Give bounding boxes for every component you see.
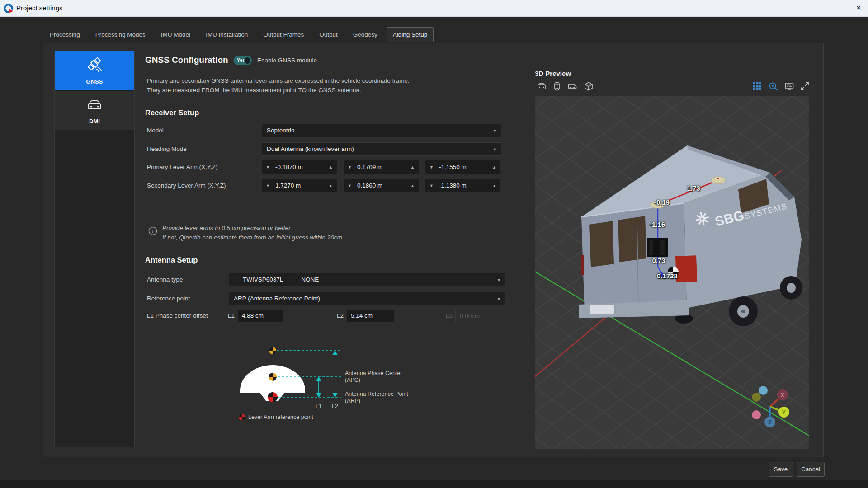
measurement-lower-offset: 0.73 [652, 257, 665, 264]
l5-offset-input: 0.00cm [455, 310, 504, 322]
spin-down-icon[interactable]: ▼ [266, 183, 270, 188]
svg-text:L1: L1 [316, 403, 322, 409]
save-button[interactable]: Save [769, 462, 793, 477]
chevron-down-icon: ▼ [497, 278, 501, 282]
heading-mode-label: Heading Mode [147, 145, 187, 152]
car-icon [85, 96, 104, 116]
l1-offset-input[interactable]: 4.88 cm [238, 310, 283, 322]
antenna-type-select[interactable]: TWIVSP6037LNONE ▼ [229, 273, 505, 286]
primary-lever-x-value: -0.1870 m [275, 164, 303, 170]
primary-lever-y-spinner[interactable]: ▼ 0.1709 m ▲ [344, 160, 419, 174]
heading-mode-value: Dual Antenna (known lever arm) [267, 145, 354, 152]
reference-point-value: ARP (Antenna Reference Point) [234, 295, 320, 302]
reference-point-select[interactable]: ARP (Antenna Reference Point) ▼ [229, 292, 505, 305]
tab-label: Processing [50, 31, 80, 38]
lever-arm-legend-marker [239, 414, 245, 420]
antenna-type-value: TWIVSP6037LNONE [243, 276, 319, 283]
gizmo-dot-olive [752, 393, 761, 402]
tab-geodesy[interactable]: Geodesy [347, 27, 384, 42]
tab-imu-model[interactable]: IMU Model [155, 27, 197, 42]
spin-up-icon[interactable]: ▲ [410, 165, 415, 169]
grid-toggle-icon[interactable] [752, 81, 762, 91]
tab-processing[interactable]: Processing [43, 27, 86, 42]
spin-down-icon[interactable]: ▼ [429, 165, 434, 169]
3d-preview-toolbar [535, 81, 809, 93]
secondary-antenna [711, 177, 726, 184]
spin-down-icon[interactable]: ▼ [348, 165, 352, 169]
cube-3d-view-icon[interactable] [584, 81, 594, 91]
vehicle-front-view-icon[interactable] [537, 81, 547, 91]
spin-down-icon[interactable]: ▼ [266, 165, 270, 169]
measurement-reference-offset: 0.1728 [657, 272, 678, 280]
model-value: Septentrio [267, 127, 295, 134]
tab-output[interactable]: Output [313, 27, 344, 42]
tab-output-frames[interactable]: Output Frames [257, 27, 310, 42]
enable-gnss-toggle[interactable]: Yes [234, 56, 252, 65]
tab-aiding-setup[interactable]: Aiding Setup [387, 27, 434, 42]
apc-marker [269, 373, 277, 381]
gnss-settings-content: GNSS Configuration Yes Enable GNSS modul… [145, 43, 516, 458]
display-settings-icon[interactable] [784, 81, 794, 91]
heading-mode-select[interactable]: Dual Antenna (known lever arm) ▼ [262, 142, 501, 156]
3d-preview-title: 3D Preview [535, 70, 571, 77]
primary-lever-x-spinner[interactable]: ▼ -0.1870 m ▲ [262, 160, 337, 174]
cancel-button[interactable]: Cancel [797, 462, 825, 477]
window-title: Project settings [16, 4, 63, 12]
model-select[interactable]: Septentrio ▼ [262, 124, 501, 137]
measurement-vertical-offset: -1.16 [650, 221, 665, 228]
secondary-lever-x-spinner[interactable]: ▼ 1.7270 m ▲ [262, 179, 337, 192]
imu-box [647, 238, 668, 257]
aiding-setup-panel: GNSS DMI GNSS Configuration Yes Enable G… [43, 43, 824, 457]
tab-processing-modes[interactable]: Processing Modes [89, 27, 152, 42]
secondary-lever-z-spinner[interactable]: ▼ -1.1380 m ▲ [425, 179, 500, 192]
tab-label: Geodesy [353, 31, 377, 38]
l5-offset-value: 0.00cm [460, 313, 480, 319]
3d-preview-section: 3D Preview [535, 70, 809, 452]
spin-down-icon[interactable]: ▼ [429, 183, 434, 188]
chevron-down-icon: ▼ [493, 129, 497, 133]
svg-text:Antenna Phase Center: Antenna Phase Center [345, 370, 402, 376]
spin-up-icon[interactable]: ▲ [329, 183, 333, 188]
l1-label: L1 [228, 312, 235, 319]
measurement-roof-distance: 1.73 [687, 184, 700, 192]
l2-offset-value: 5.14 cm [351, 312, 373, 319]
measure-tape-icon[interactable] [768, 81, 778, 91]
settings-tabbar: Processing Processing Modes IMU Model IM… [0, 17, 868, 43]
l2-offset-input[interactable]: 5.14 cm [347, 310, 394, 322]
gizmo-dot-lightblue [759, 386, 768, 395]
spin-up-icon[interactable]: ▲ [492, 183, 496, 188]
window-titlebar: Project settings ✕ [0, 0, 868, 17]
spin-down-icon[interactable]: ▼ [348, 183, 352, 188]
expand-fullscreen-icon[interactable] [800, 81, 810, 91]
sidebar-item-dmi[interactable]: DMI [55, 90, 134, 130]
apc-top-marker [269, 347, 276, 354]
close-icon[interactable]: ✕ [856, 4, 862, 12]
spin-up-icon[interactable]: ▲ [492, 165, 496, 169]
sidebar-item-gnss[interactable]: GNSS [55, 51, 134, 90]
svg-text:Y: Y [782, 409, 786, 416]
3d-viewport[interactable]: SBG SYSTEMS [535, 96, 809, 449]
secondary-lever-arm-label: Secondary Lever Arm (X,Y,Z) [147, 182, 226, 189]
vehicle-side-view-icon[interactable] [567, 81, 577, 91]
satellite-icon [85, 56, 104, 76]
secondary-lever-y-spinner[interactable]: ▼ 0.1860 m ▲ [344, 179, 419, 192]
note-line: Provide lever arms to 0.5 cm precision o… [162, 223, 344, 233]
spin-up-icon[interactable]: ▲ [410, 183, 415, 188]
vehicle-top-view-icon[interactable] [552, 81, 562, 91]
antenna-type-label: Antenna type [147, 276, 183, 283]
tab-imu-installation[interactable]: IMU Installation [199, 27, 254, 42]
gnss-description: Primary and secondary GNSS antenna lever… [147, 76, 410, 95]
svg-text:Antenna Reference Point: Antenna Reference Point [345, 391, 408, 397]
chevron-down-icon: ▼ [493, 147, 497, 152]
svg-text:L2: L2 [332, 403, 338, 409]
antenna-setup-heading: Antenna Setup [145, 256, 198, 264]
primary-lever-z-spinner[interactable]: ▼ -1.1550 m ▲ [425, 160, 500, 174]
svg-text:(APC): (APC) [345, 377, 360, 383]
secondary-lever-z-value: -1.1380 m [439, 182, 467, 189]
reference-point-label: Reference point [147, 295, 190, 302]
spin-up-icon[interactable]: ▲ [329, 165, 333, 169]
app-logo-icon [3, 3, 14, 16]
l5-label: L5 [446, 312, 453, 319]
chevron-down-icon: ▼ [497, 297, 501, 301]
tab-label: Output Frames [263, 31, 304, 38]
